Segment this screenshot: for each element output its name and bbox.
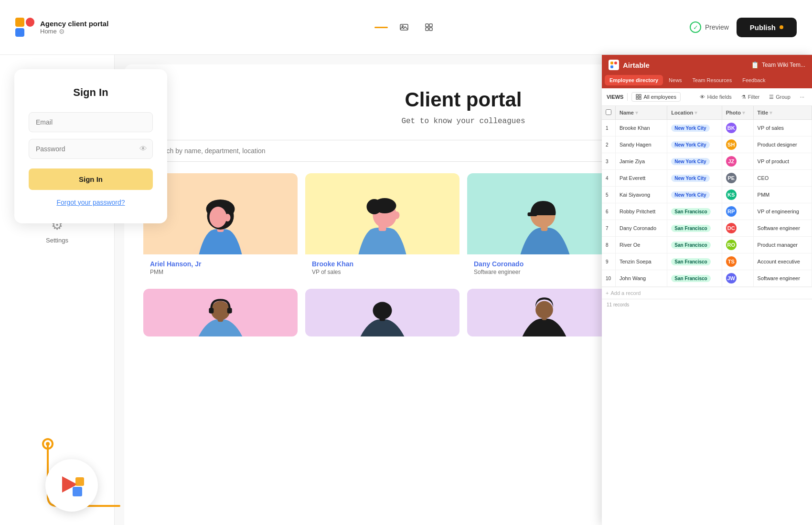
select-all-checkbox[interactable] — [606, 109, 611, 115]
email-input[interactable] — [29, 112, 153, 132]
table-row[interactable]: 2 Sandy Hagen New York City SH Product d… — [602, 136, 812, 153]
location-badge: New York City — [671, 191, 709, 199]
cell-title: Product designer — [753, 136, 812, 153]
app-logo-icon — [15, 18, 34, 37]
cell-location: San Francisco — [667, 270, 722, 287]
svg-point-16 — [394, 211, 400, 219]
cell-location: New York City — [667, 170, 722, 187]
svg-rect-5 — [429, 28, 432, 31]
col-title-header: Title ▾ — [753, 106, 812, 120]
location-badge: New York City — [671, 158, 709, 165]
svg-rect-19 — [528, 212, 537, 216]
airtable-tab-team-resources[interactable]: Team Resources — [688, 75, 737, 85]
location-badge: San Francisco — [671, 258, 710, 265]
svg-rect-4 — [426, 28, 428, 31]
employee-card-2[interactable]: Brooke Khan VP of sales — [305, 173, 459, 281]
svg-rect-41 — [639, 94, 641, 96]
table-row[interactable]: 1 Brooke Khan New York City BK VP of sal… — [602, 120, 812, 136]
col-name-header: Name ▾ — [616, 106, 667, 120]
airtable-tab-news[interactable]: News — [664, 75, 687, 85]
password-input[interactable] — [29, 139, 153, 159]
location-badge: San Francisco — [671, 242, 710, 249]
cell-title: PMM — [753, 187, 812, 203]
row-number: 8 — [602, 237, 616, 253]
toolbar-image-btn[interactable] — [395, 19, 413, 36]
svg-rect-2 — [426, 24, 428, 27]
table-row[interactable]: 3 Jamie Ziya New York City JZ VP of prod… — [602, 153, 812, 170]
table-row[interactable]: 6 Robby Pritchett San Francisco RP VP of… — [602, 203, 812, 220]
employee-card-6[interactable] — [305, 289, 459, 336]
publish-button[interactable]: Publish — [737, 18, 797, 37]
cell-photo: BK — [722, 120, 753, 136]
toolbar-grid-btn[interactable] — [420, 19, 438, 36]
photo-circle: DC — [726, 223, 737, 233]
location-badge: New York City — [671, 175, 709, 182]
table-row[interactable]: 8 River Oe San Francisco RO Product mana… — [602, 237, 812, 253]
card-role-3: Software engineer — [474, 269, 615, 275]
preview-button[interactable]: ✓ Preview — [690, 21, 729, 33]
airtable-tabs: Employee directory News Team Resources F… — [602, 75, 812, 88]
airtable-table-container: Name ▾ Location ▾ Photo ▾ Title ▾ 1 Broo… — [602, 106, 812, 299]
row-number: 3 — [602, 153, 616, 170]
card-info-3: Dany Coronado Software engineer — [467, 254, 621, 281]
cell-location: New York City — [667, 187, 722, 203]
card-image-7 — [467, 289, 621, 336]
cell-photo: KS — [722, 187, 753, 203]
cell-name: Kai Siyavong — [616, 187, 667, 203]
table-row[interactable]: 4 Pat Everett New York City PE CEO — [602, 170, 812, 187]
row-number: 2 — [602, 136, 616, 153]
row-number: 6 — [602, 203, 616, 220]
employee-card-5[interactable] — [143, 289, 298, 336]
signin-button[interactable]: Sign In — [29, 168, 153, 190]
airtable-tab-employee-directory[interactable]: Employee directory — [605, 75, 663, 85]
location-badge: San Francisco — [671, 275, 710, 282]
photo-circle: RO — [726, 240, 737, 250]
airtable-tab-feedback[interactable]: Feedback — [737, 75, 770, 85]
more-options-btn[interactable]: ··· — [797, 93, 807, 101]
airtable-logo-circle — [45, 459, 98, 512]
svg-rect-3 — [429, 24, 432, 27]
card-image-5 — [143, 289, 298, 336]
cell-name: Dany Coronado — [616, 220, 667, 237]
all-employees-view-btn[interactable]: All employees — [631, 92, 680, 102]
hide-fields-btn[interactable]: 👁 Hide fields — [697, 93, 734, 101]
svg-point-10 — [210, 207, 227, 228]
add-row-btn[interactable]: + Add a record — [602, 287, 812, 299]
table-row[interactable]: 9 Tenzin Soepa San Francisco TS Account … — [602, 253, 812, 270]
photo-circle: KS — [726, 189, 737, 200]
employee-card-7[interactable] — [467, 289, 621, 336]
group-btn[interactable]: ☰ Group — [766, 93, 793, 102]
password-visibility-toggle[interactable]: 👁 — [139, 145, 147, 153]
topbar: Agency client portal Home ⚙ — [0, 0, 812, 55]
airtable-panel: Airtable 📋 Team Wiki Tem... Employee dir… — [602, 55, 812, 525]
card-role-2: VP of sales — [312, 269, 453, 275]
row-number: 4 — [602, 170, 616, 187]
photo-circle: BK — [726, 123, 737, 133]
cell-title: CEO — [753, 170, 812, 187]
col-photo-header: Photo ▾ — [722, 106, 753, 120]
forgot-password-link[interactable]: Forgot your password? — [29, 199, 153, 206]
card-name-3: Dany Coronado — [474, 260, 615, 268]
svg-rect-38 — [73, 487, 82, 496]
airtable-template-badge: 📋 Team Wiki Tem... — [751, 61, 805, 69]
cell-title: Software engineer — [753, 270, 812, 287]
cell-photo: JW — [722, 270, 753, 287]
table-row[interactable]: 10 John Wang San Francisco JW Software e… — [602, 270, 812, 287]
cell-name: Tenzin Soepa — [616, 253, 667, 270]
card-image-6 — [305, 289, 459, 336]
cell-location: New York City — [667, 120, 722, 136]
table-row[interactable]: 7 Dany Coronado San Francisco DC Softwar… — [602, 220, 812, 237]
table-row[interactable]: 5 Kai Siyavong New York City KS PMM — [602, 187, 812, 203]
password-field-wrap: 👁 — [29, 139, 153, 159]
cell-location: San Francisco — [667, 253, 722, 270]
cell-photo: JZ — [722, 153, 753, 170]
cell-title: VP of product — [753, 153, 812, 170]
settings-gear-icon[interactable]: ⚙ — [59, 28, 65, 35]
signin-title: Sign In — [29, 86, 153, 99]
employee-card-3[interactable]: Dany Coronado Software engineer — [467, 173, 621, 281]
cell-name: Sandy Hagen — [616, 136, 667, 153]
topbar-title-group: Agency client portal Home ⚙ — [40, 20, 108, 35]
card-name-2: Brooke Khan — [312, 260, 453, 268]
svg-rect-0 — [400, 24, 408, 30]
filter-btn[interactable]: ⚗ Filter — [738, 93, 762, 102]
